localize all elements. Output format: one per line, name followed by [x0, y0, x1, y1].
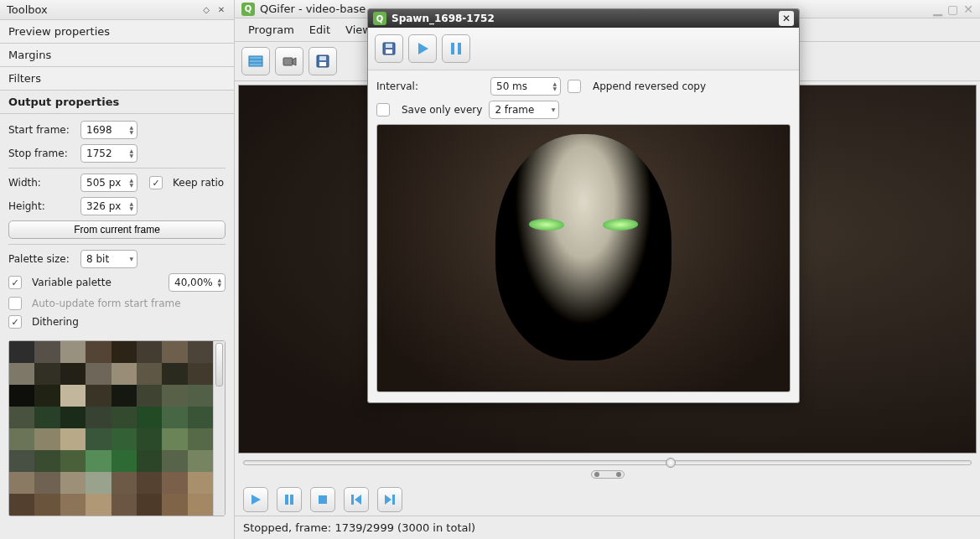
append-reversed-checkbox[interactable] — [568, 80, 581, 93]
palette-swatch — [111, 428, 137, 450]
pause-button[interactable] — [277, 487, 302, 512]
dialog-close-button[interactable]: ✕ — [779, 11, 794, 26]
palette-swatch — [60, 450, 86, 472]
timeline-slider-container — [235, 457, 980, 469]
stop-frame-input[interactable]: 1752 ▲▼ — [80, 144, 137, 163]
spinner-arrows-icon[interactable]: ▲▼ — [129, 201, 133, 211]
variable-palette-label: Variable palette — [32, 277, 163, 288]
spinner-arrows-icon[interactable]: ▲▼ — [217, 277, 221, 288]
section-preview-properties[interactable]: Preview properties — [0, 20, 234, 44]
open-file-button[interactable] — [241, 47, 270, 75]
palette-grid — [9, 341, 213, 516]
interval-input[interactable]: 50 ms ▲▼ — [490, 77, 561, 96]
svg-marker-19 — [418, 43, 428, 54]
minimize-icon[interactable]: ▁ — [933, 3, 942, 16]
window-close-icon[interactable]: ✕ — [963, 3, 973, 16]
svg-rect-0 — [249, 56, 262, 66]
palette-swatch — [34, 450, 60, 472]
dialog-pause-button[interactable] — [442, 34, 470, 63]
section-output-properties[interactable]: Output properties — [0, 91, 234, 114]
spinner-arrows-icon[interactable]: ▲▼ — [129, 148, 133, 158]
svg-rect-7 — [319, 62, 326, 66]
toolbox-close-icon[interactable]: ✕ — [215, 4, 227, 16]
palette-swatch — [9, 363, 34, 385]
maximize-icon[interactable]: ▢ — [947, 3, 958, 16]
section-filters[interactable]: Filters — [0, 67, 234, 91]
svg-rect-10 — [290, 495, 293, 505]
palette-swatch — [86, 363, 111, 385]
variable-palette-percent[interactable]: 40,00% ▲▼ — [169, 273, 226, 292]
spinner-arrows-icon[interactable]: ▲▼ — [552, 81, 557, 91]
output-properties-body: Start frame: 1698 ▲▼ Stop frame: 1752 ▲▼… — [0, 114, 234, 340]
palette-swatch — [188, 407, 213, 428]
toolbox-detach-icon[interactable]: ◇ — [200, 4, 212, 16]
palette-swatch — [162, 407, 187, 428]
dropdown-icon[interactable]: ▼ — [129, 257, 133, 262]
palette-swatch — [162, 341, 187, 363]
section-margins[interactable]: Margins — [0, 44, 234, 67]
menu-program[interactable]: Program — [241, 22, 301, 38]
width-label: Width: — [8, 177, 75, 189]
keep-ratio-checkbox[interactable] — [149, 176, 163, 189]
height-input[interactable]: 326 px ▲▼ — [80, 197, 137, 215]
palette-swatch — [9, 428, 34, 450]
keep-ratio-label: Keep ratio — [173, 177, 224, 189]
dialog-titlebar[interactable]: Q Spawn_1698-1752 ✕ — [368, 9, 799, 28]
menu-edit[interactable]: Edit — [303, 22, 337, 38]
stop-icon — [316, 493, 329, 506]
dithering-label: Dithering — [32, 316, 79, 328]
palette-size-select[interactable]: 8 bit ▼ — [80, 250, 137, 268]
palette-swatch — [188, 341, 213, 363]
palette-swatch — [86, 341, 111, 363]
spinner-arrows-icon[interactable]: ▲▼ — [129, 178, 133, 188]
range-handle[interactable] — [591, 470, 625, 479]
timeline-thumb[interactable] — [666, 458, 676, 468]
palette-swatch — [60, 341, 86, 363]
palette-swatch — [60, 428, 86, 450]
width-input[interactable]: 505 px ▲▼ — [80, 174, 137, 192]
svg-marker-8 — [251, 495, 261, 505]
svg-rect-6 — [319, 56, 326, 60]
palette-swatch — [34, 407, 60, 428]
next-frame-button[interactable] — [377, 487, 402, 512]
dithering-checkbox[interactable] — [8, 315, 22, 329]
start-frame-input[interactable]: 1698 ▲▼ — [80, 121, 137, 139]
palette-swatch — [60, 472, 86, 494]
palette-swatch — [34, 385, 60, 407]
record-button[interactable] — [275, 47, 303, 75]
palette-swatch — [162, 428, 187, 450]
dialog-save-button[interactable] — [375, 34, 403, 63]
prev-frame-button[interactable] — [344, 487, 369, 512]
dropdown-icon[interactable]: ▼ — [552, 107, 556, 112]
palette-swatch — [9, 472, 34, 494]
palette-swatch — [34, 472, 60, 494]
palette-swatch — [86, 385, 111, 407]
palette-swatch — [34, 428, 60, 450]
stop-button[interactable] — [310, 487, 335, 512]
svg-marker-14 — [385, 495, 391, 505]
play-button[interactable] — [243, 487, 268, 512]
svg-marker-4 — [293, 58, 296, 65]
from-current-frame-button[interactable]: From current frame — [8, 220, 226, 239]
palette-swatch — [86, 450, 111, 472]
save-icon — [381, 40, 397, 57]
palette-swatch — [137, 428, 162, 450]
palette-swatch — [111, 363, 137, 385]
skip-next-icon — [383, 493, 397, 506]
palette-swatch — [34, 494, 60, 516]
palette-swatch — [111, 341, 137, 363]
append-reversed-label: Append reversed copy — [593, 80, 706, 92]
dialog-toolbar — [368, 28, 799, 70]
timeline-slider[interactable] — [243, 460, 972, 465]
dialog-title: Spawn_1698-1752 — [391, 13, 779, 24]
palette-scrollbar[interactable] — [213, 341, 225, 516]
save-only-every-checkbox[interactable] — [376, 103, 390, 117]
dialog-play-button[interactable] — [408, 34, 437, 63]
variable-palette-checkbox[interactable] — [8, 276, 22, 289]
palette-swatch — [137, 363, 162, 385]
save-only-every-label: Save only every — [402, 104, 482, 116]
palette-swatch — [9, 494, 34, 516]
save-button[interactable] — [309, 47, 337, 75]
spinner-arrows-icon[interactable]: ▲▼ — [129, 125, 133, 135]
save-only-every-select[interactable]: 2 frame ▼ — [489, 101, 559, 119]
